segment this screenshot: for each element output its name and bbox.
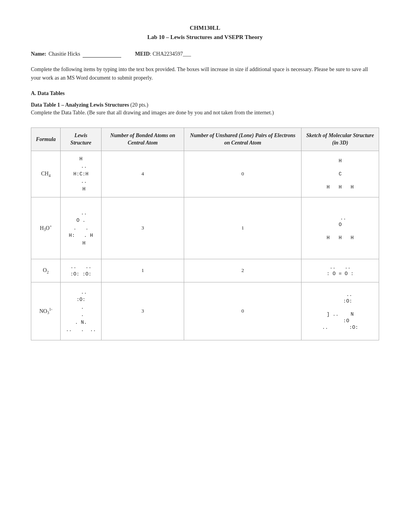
meid-label: MEID [135, 51, 150, 57]
formula-o2: O2 [31, 259, 61, 282]
sketch-ch4: H C H H H [302, 151, 379, 197]
lewis-o2: .. .. :O: :O: [61, 259, 101, 282]
formula-no3: NO31- [31, 282, 61, 340]
sketch-h3o: .. O H H H [302, 197, 379, 259]
lone-ch4: 0 [184, 151, 302, 197]
instructions-text: Complete the following items by typing i… [31, 65, 379, 83]
lewis-h3o: .. O . . . H: . H H [61, 197, 101, 259]
sketch-o2: .. .. : O = O : [302, 259, 379, 282]
formula-ch4: CH4 [31, 151, 61, 197]
meid-section: MEID: CHA2234597___ [135, 51, 191, 57]
table-row: CH4 H .. H:C:H .. H 4 0 H C H [31, 151, 379, 197]
sketch-no3: .. :O: ] .. N :O .. :O: [302, 282, 379, 340]
section-a-heading: A. Data Tables [31, 90, 379, 97]
bonded-ch4: 4 [101, 151, 184, 197]
col-header-lone: Number of Unshared (Lone) Pairs of Elect… [184, 127, 302, 151]
col-header-formula: Formula [31, 127, 61, 151]
name-value: Chasitie Hicks [49, 51, 80, 57]
data-table1-heading: Data Table 1 – Analyzing Lewis Structure… [31, 102, 379, 108]
bonded-no3: 3 [101, 282, 184, 340]
lone-h3o: 1 [184, 197, 302, 259]
page-title: CHM130LL Lab 10 – Lewis Structures and V… [31, 23, 379, 42]
formula-h3o: H3O+ [31, 197, 61, 259]
bonded-o2: 1 [101, 259, 184, 282]
name-meid-line: Name: Chasitie Hicks MEID: CHA2234597___ [31, 51, 379, 58]
table-row: H3O+ .. O . . . H: . H H 3 1 .. O H [31, 197, 379, 259]
data-table1-pts: (20 pts.) [129, 102, 148, 108]
lone-no3: 0 [184, 282, 302, 340]
col-header-bonded: Number of Bonded Atoms on Central Atom [101, 127, 184, 151]
name-underline [83, 51, 121, 58]
table-row: O2 .. .. :O: :O: 1 2 .. .. : O = O : [31, 259, 379, 282]
col-header-lewis: Lewis Structure [61, 127, 101, 151]
name-label: Name: [31, 51, 46, 57]
lone-o2: 2 [184, 259, 302, 282]
page-header: CHM130LL Lab 10 – Lewis Structures and V… [31, 23, 379, 42]
data-table-1: Formula Lewis Structure Number of Bonded… [31, 127, 379, 340]
meid-value: CHA2234597___ [152, 51, 191, 57]
col-header-sketch: Sketch of Molecular Structure (in 3D) [302, 127, 379, 151]
table-row: NO31- .. :O: . . . N. .. . .. 3 0 .. :O: [31, 282, 379, 340]
lewis-ch4: H .. H:C:H .. H [61, 151, 101, 197]
bonded-h3o: 3 [101, 197, 184, 259]
data-table1-desc: Complete the Data Table. (Be sure that a… [31, 110, 379, 116]
lewis-no3: .. :O: . . . N. .. . .. [61, 282, 101, 340]
